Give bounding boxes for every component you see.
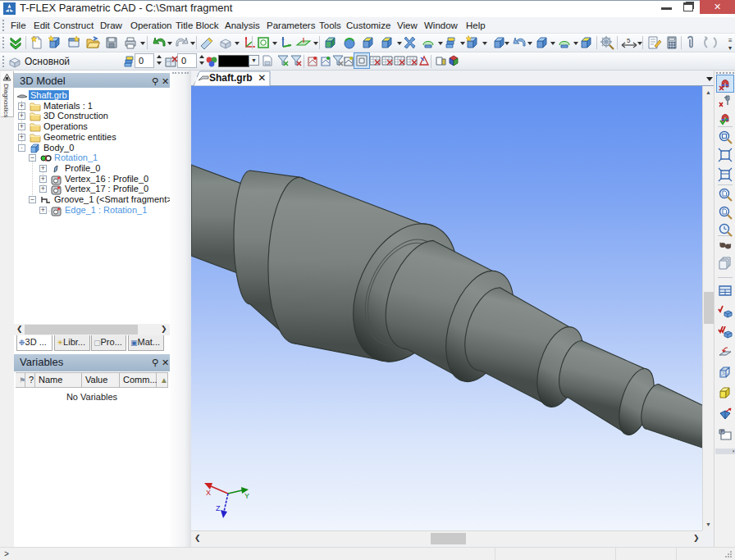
svg-text:P: P [720, 429, 724, 434]
svg-text:5: 5 [627, 37, 631, 44]
svg-text:Y: Y [244, 492, 249, 500]
svg-text:X: X [206, 489, 211, 497]
svg-text:Z: Z [216, 504, 221, 512]
